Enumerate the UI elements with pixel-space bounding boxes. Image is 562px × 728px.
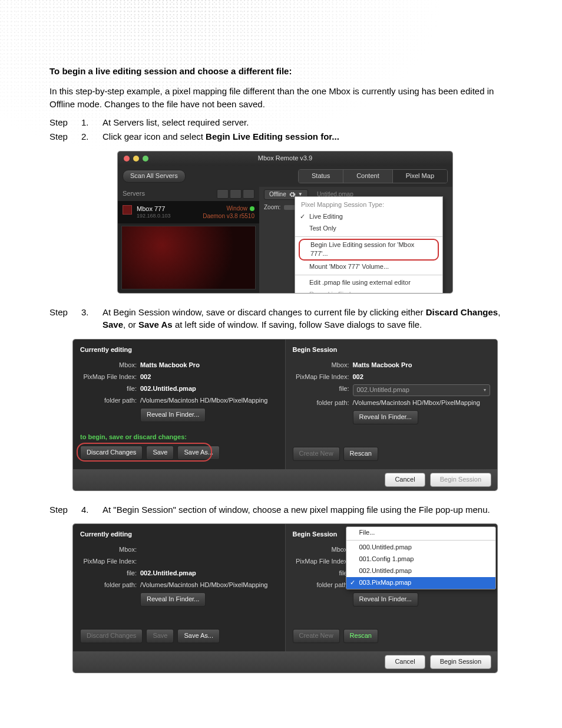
rescan-button[interactable]: Rescan — [343, 447, 378, 461]
popup-item[interactable]: 000.Untitled.pmap — [346, 542, 496, 554]
label: folder path: — [293, 581, 353, 590]
value: Matts Macbook Pro — [140, 361, 200, 370]
text: , or — [123, 319, 138, 330]
view-icon[interactable] — [217, 189, 229, 199]
panel-title: Currently editing — [80, 345, 278, 355]
popup-item[interactable]: 002.Untitled.pmap — [346, 565, 496, 577]
value: /Volumes/Macintosh HD/Mbox/PixelMapping — [140, 581, 267, 590]
panel-title: Begin Session — [293, 345, 491, 355]
dropdown-icon: ▾ — [484, 387, 486, 394]
step-label: Step — [49, 130, 73, 143]
save-as-button[interactable]: Save As... — [177, 629, 220, 643]
file-select-value: 002.Untitled.pmap — [357, 386, 409, 395]
save-as-button[interactable]: Save As... — [177, 446, 220, 460]
step-number: 3. — [81, 306, 94, 332]
view-icons — [217, 189, 254, 199]
reveal-in-finder-button[interactable]: Reveal In Finder... — [140, 592, 206, 607]
popup-item-selected[interactable]: 003.PixMap.pmap — [346, 577, 496, 589]
menu-test-only[interactable]: Test Only — [295, 223, 442, 235]
tab-pixel-map[interactable]: Pixel Map — [392, 170, 447, 183]
menu-begin-session[interactable]: Begin Live Editing session for 'Mbox 777… — [299, 239, 439, 261]
tab-segment: Status Content Pixel Map — [298, 169, 448, 183]
reveal-in-finder-button[interactable]: Reveal In Finder... — [353, 410, 418, 424]
label: folder path: — [80, 581, 140, 590]
step-3: Step 3. At Begin Session window, save or… — [49, 306, 521, 332]
file-popup-menu: File... 000.Untitled.pmap 001.Config 1.p… — [346, 526, 497, 589]
rescan-button[interactable]: Rescan — [343, 629, 378, 643]
status-dot-icon — [250, 206, 254, 211]
value: Matts Macbook Pro — [353, 361, 412, 370]
menu-live-editing[interactable]: Live Editing — [295, 211, 442, 223]
text: At Begin Session window, save or discard… — [103, 307, 426, 317]
reveal-in-finder-button[interactable]: Reveal In Finder... — [140, 408, 206, 422]
step-label: Step — [49, 503, 73, 516]
step-body: At "Begin Session" section of window, ch… — [103, 503, 521, 516]
dialog-footer: Cancel Begin Session — [73, 651, 497, 673]
step-number: 1. — [81, 116, 94, 129]
save-button[interactable]: Save — [146, 446, 174, 460]
step-4: Step 4. At "Begin Session" section of wi… — [49, 503, 521, 516]
cancel-button[interactable]: Cancel — [385, 655, 425, 669]
view-icon[interactable] — [230, 189, 242, 199]
menu-separator — [295, 275, 442, 275]
server-name: Mbox 777 — [137, 205, 198, 213]
step-1: Step 1. At Servers list, select required… — [49, 116, 521, 129]
discard-changes-button[interactable]: Discard Changes — [80, 446, 143, 460]
step-number: 2. — [81, 130, 94, 143]
file-select[interactable]: 002.Untitled.pmap▾ — [353, 384, 491, 396]
text: at left side of window. If saving, follo… — [173, 319, 422, 330]
step-body: At Begin Session window, save or discard… — [103, 306, 521, 332]
value: /Volumes/Macintosh HD/Mbox/PixelMapping — [140, 396, 267, 406]
bold-text: Save — [103, 319, 123, 330]
section-title: To begin a live editing session and choo… — [49, 65, 521, 78]
server-preview — [121, 226, 256, 289]
menu-mount-volume[interactable]: Mount 'Mbox 777' Volume... — [295, 261, 442, 273]
reveal-in-finder-button[interactable]: Reveal In Finder... — [353, 592, 418, 607]
menu-separator — [346, 540, 496, 541]
screenshot-session-popup: Currently editing Mbox: PixMap File Inde… — [73, 524, 497, 673]
bold-text: Discard Changes — [426, 307, 498, 317]
servers-panel: Servers Mbox 777 192.168.0.103 Window — [118, 187, 259, 293]
text: , — [498, 307, 500, 317]
create-new-button: Create New — [293, 447, 340, 461]
window-title: Mbox Remote v3.9 — [118, 154, 452, 163]
tab-status[interactable]: Status — [299, 170, 343, 183]
context-menu: Pixel Mapping Session Type: Live Editing… — [295, 196, 443, 293]
value: 002.Untitled.pmap — [140, 569, 196, 578]
save-button: Save — [146, 629, 174, 643]
discard-changes-button: Discard Changes — [80, 629, 143, 643]
view-icon[interactable] — [243, 189, 254, 199]
dialog-footer: Cancel Begin Session — [73, 469, 497, 490]
popup-item-file[interactable]: File... — [346, 527, 496, 539]
value: /Volumes/Macintosh HD/Mbox/PixelMapping — [353, 398, 480, 408]
step-label: Step — [49, 116, 73, 129]
scan-servers-button[interactable]: Scan All Servers — [123, 170, 186, 183]
step-label: Step — [49, 306, 73, 332]
cancel-button[interactable]: Cancel — [385, 473, 425, 487]
currently-editing-panel: Currently editing Mbox: PixMap File Inde… — [73, 524, 285, 651]
menu-edit-external[interactable]: Edit .pmap file using external editor — [295, 277, 442, 289]
label: folder path: — [293, 398, 353, 408]
server-ip: 192.168.0.103 — [137, 213, 198, 220]
server-daemon: Daemon v3.8 r5510 — [203, 212, 254, 220]
step-2: Step 2. Click gear icon and select Begin… — [49, 130, 521, 143]
screenshot-mbox-remote: Mbox Remote v3.9 Scan All Servers Status… — [118, 151, 452, 293]
label: folder path: — [80, 396, 140, 406]
begin-session-button[interactable]: Begin Session — [430, 655, 491, 669]
begin-session-panel: Begin Session Mbox:Matts Macbook Pro Pix… — [285, 340, 498, 469]
label: PixMap File Index: — [80, 557, 140, 566]
label: PixMap File Index: — [293, 557, 353, 566]
step-body: At Servers list, select required server. — [103, 116, 521, 129]
label: Mbox: — [293, 361, 353, 370]
tab-content[interactable]: Content — [343, 170, 392, 183]
popup-item[interactable]: 001.Config 1.pmap — [346, 554, 496, 565]
create-new-button: Create New — [293, 629, 340, 643]
step-number: 4. — [81, 503, 94, 516]
server-swatch-icon — [123, 205, 132, 215]
begin-session-button: Begin Session — [430, 473, 491, 487]
label: file: — [293, 569, 353, 578]
text: Click gear icon and select — [103, 131, 206, 141]
offline-label: Offline — [269, 190, 286, 199]
label: Mbox: — [80, 545, 140, 555]
server-row[interactable]: Mbox 777 192.168.0.103 Window Daemon v3.… — [118, 201, 259, 223]
